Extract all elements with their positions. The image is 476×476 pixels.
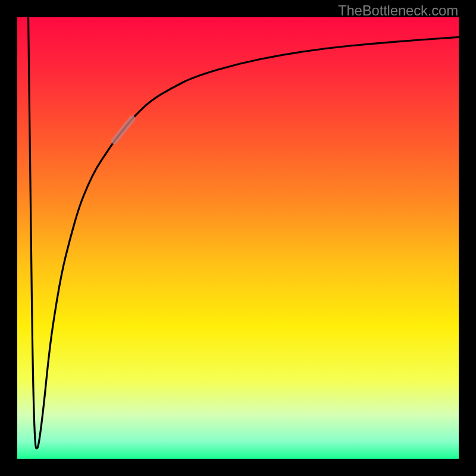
gradient-background	[17, 17, 459, 459]
plot-area	[17, 17, 459, 459]
watermark-text: TheBottleneck.com	[338, 2, 458, 19]
chart-svg	[17, 17, 459, 459]
chart-frame: TheBottleneck.com	[0, 0, 476, 476]
